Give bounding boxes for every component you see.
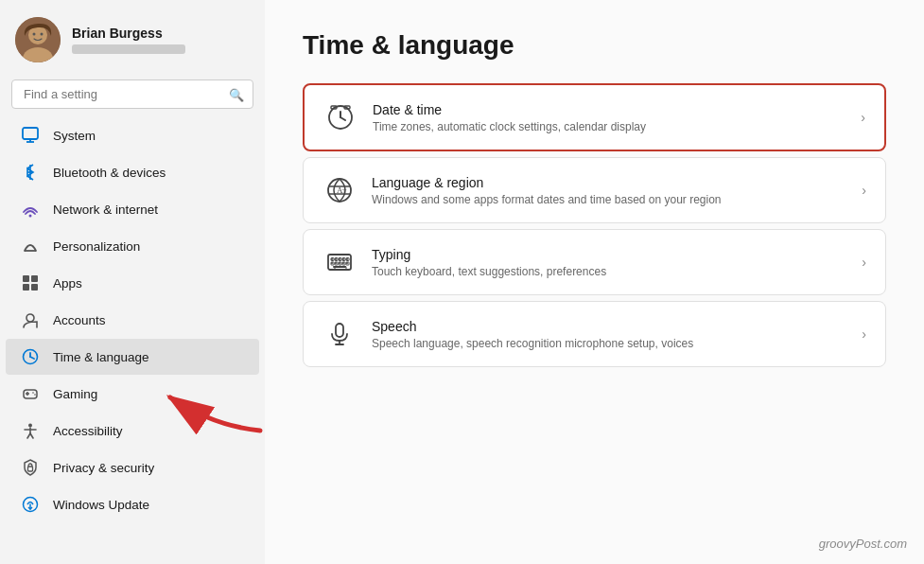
datetime-icon (323, 100, 357, 134)
watermark: groovyPost.com (819, 537, 907, 551)
svg-rect-13 (23, 284, 29, 291)
svg-point-3 (33, 33, 36, 36)
sidebar-label-timelang: Time & language (53, 350, 149, 364)
svg-point-22 (32, 392, 34, 394)
search-input[interactable] (11, 79, 253, 109)
page-title: Time & language (303, 30, 886, 61)
card-typing[interactable]: Typing Touch keyboard, text suggestions,… (303, 229, 886, 295)
card-datetime-title: Date & time (373, 102, 846, 117)
sidebar-label-personalization: Personalization (53, 239, 140, 254)
sidebar-item-timelang[interactable]: Time & language (6, 339, 259, 375)
accessibility-icon (21, 421, 40, 440)
user-info: Brian Burgess (72, 26, 185, 54)
card-speech[interactable]: Speech Speech language, speech recogniti… (303, 301, 886, 367)
card-datetime-text: Date & time Time zones, automatic clock … (373, 102, 846, 133)
sidebar-item-network[interactable]: Network & internet (6, 191, 259, 227)
sidebar-item-accessibility[interactable]: Accessibility (6, 413, 259, 449)
sidebar-label-apps: Apps (53, 276, 82, 291)
svg-rect-12 (31, 275, 38, 282)
sidebar: Brian Burgess 🔍 System Bluet (0, 0, 265, 564)
card-language[interactable]: A T Language & region Windows and some a… (303, 157, 886, 223)
svg-line-28 (30, 433, 33, 438)
sidebar-label-bluetooth: Bluetooth & devices (53, 166, 166, 180)
language-chevron: › (862, 183, 866, 198)
sidebar-item-apps[interactable]: Apps (6, 265, 259, 301)
user-section: Brian Burgess (0, 0, 265, 76)
sidebar-item-update[interactable]: Windows Update (6, 486, 259, 522)
sidebar-item-gaming[interactable]: Gaming (6, 376, 259, 412)
typing-icon (323, 245, 357, 279)
svg-text:T: T (342, 187, 347, 195)
gaming-icon (21, 384, 40, 403)
search-box[interactable]: 🔍 (11, 79, 253, 109)
card-typing-text: Typing Touch keyboard, text suggestions,… (372, 247, 846, 278)
card-language-text: Language & region Windows and some apps … (372, 175, 846, 206)
datetime-chevron: › (861, 110, 865, 125)
svg-rect-11 (23, 275, 29, 282)
bluetooth-icon (21, 163, 40, 182)
search-icon: 🔍 (229, 87, 244, 101)
user-name: Brian Burgess (72, 26, 185, 41)
sidebar-label-network: Network & internet (53, 203, 158, 217)
speech-icon (323, 317, 357, 351)
svg-rect-5 (23, 128, 38, 139)
avatar (15, 17, 61, 62)
svg-line-18 (30, 357, 34, 359)
main-content: Time & language Date & time Time zones, … (265, 0, 924, 564)
sidebar-label-update: Windows Update (53, 498, 149, 512)
timelang-icon (21, 347, 40, 366)
sidebar-item-accounts[interactable]: Accounts (6, 302, 259, 338)
card-datetime-desc: Time zones, automatic clock settings, ca… (373, 120, 846, 133)
privacy-icon (21, 458, 40, 477)
svg-rect-65 (336, 324, 343, 337)
svg-rect-29 (28, 467, 33, 471)
accounts-icon (21, 310, 40, 329)
sidebar-nav: System Bluetooth & devices Network & int… (0, 116, 265, 523)
sidebar-item-bluetooth[interactable]: Bluetooth & devices (6, 154, 259, 190)
user-email (72, 44, 185, 54)
typing-chevron: › (862, 255, 866, 270)
card-speech-text: Speech Speech language, speech recogniti… (372, 319, 846, 350)
sidebar-label-accessibility: Accessibility (53, 424, 123, 438)
apps-icon (21, 273, 40, 292)
sidebar-item-system[interactable]: System (6, 117, 259, 153)
svg-point-4 (41, 33, 44, 36)
svg-line-34 (340, 117, 345, 120)
speech-chevron: › (862, 326, 866, 342)
sidebar-label-gaming: Gaming (53, 387, 97, 401)
sidebar-label-privacy: Privacy & security (53, 461, 154, 475)
sidebar-item-privacy[interactable]: Privacy & security (6, 449, 259, 485)
svg-point-24 (28, 424, 32, 428)
svg-rect-14 (31, 284, 38, 291)
card-datetime[interactable]: Date & time Time zones, automatic clock … (303, 83, 886, 151)
card-language-title: Language & region (372, 175, 846, 190)
sidebar-label-accounts: Accounts (53, 313, 106, 327)
network-icon (21, 200, 40, 219)
card-speech-title: Speech (372, 319, 846, 334)
update-icon (21, 495, 40, 514)
sidebar-item-personalization[interactable]: Personalization (6, 228, 259, 264)
svg-point-9 (29, 215, 32, 218)
card-typing-title: Typing (372, 247, 846, 262)
svg-point-23 (34, 394, 36, 396)
card-language-desc: Windows and some apps format dates and t… (372, 193, 846, 206)
system-icon (21, 126, 40, 145)
personalization-icon (21, 237, 40, 256)
card-speech-desc: Speech language, speech recognition micr… (372, 337, 846, 350)
sidebar-label-system: System (53, 129, 96, 143)
svg-point-15 (26, 314, 34, 322)
card-typing-desc: Touch keyboard, text suggestions, prefer… (372, 265, 846, 278)
language-icon: A T (323, 173, 357, 207)
